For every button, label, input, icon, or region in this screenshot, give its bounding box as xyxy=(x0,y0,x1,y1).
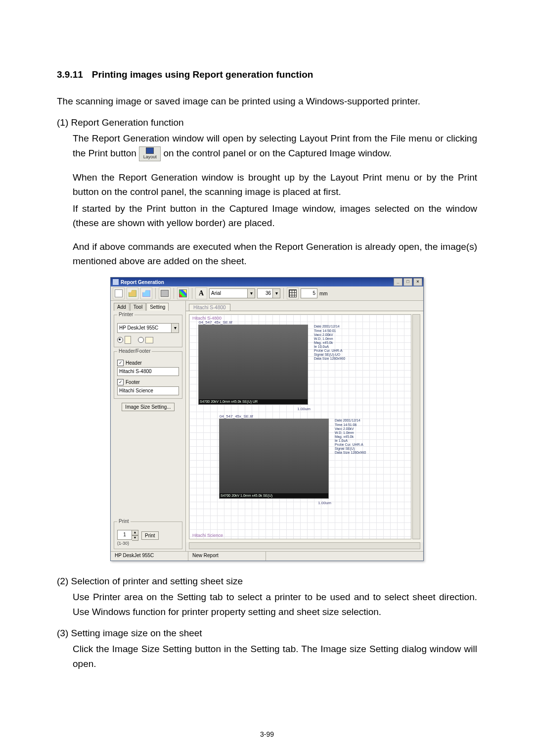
layout-print-button[interactable]: Layout xyxy=(139,146,161,161)
tab-add[interactable]: Add xyxy=(114,303,130,311)
layout-print-icon xyxy=(146,147,154,154)
app-icon xyxy=(113,279,119,285)
image-2-databar: S4700 20kV 1.0mm x45.0k SE(U) xyxy=(220,493,328,498)
printer-legend: Printer xyxy=(117,312,134,317)
header-checkbox[interactable]: ✓ xyxy=(117,360,124,366)
report-sheet[interactable]: Hitachi S-4800 04_547_45x_SE.tif S4700 2… xyxy=(189,314,411,539)
font-name-select[interactable]: Arial ▾ xyxy=(209,288,255,298)
new-report-button[interactable] xyxy=(113,287,125,299)
side-tabs: Add Tool Setting xyxy=(114,303,182,311)
sheet-tabs: Hitachi S-4800 xyxy=(186,301,423,311)
placed-image-1[interactable]: 04_547_45x_SE.tif S4700 20kV 1.0mm x45.0… xyxy=(198,325,308,405)
sub-1-para-a: The Report Generation window will open b… xyxy=(73,131,477,161)
layout-print-label: Layout xyxy=(143,154,157,159)
footer-checkbox-label: Footer xyxy=(126,379,140,385)
chevron-down-icon: ▾ xyxy=(248,288,255,298)
header-checkbox-label: Header xyxy=(126,360,142,366)
copies-spinner[interactable]: 1 ▲▼ xyxy=(117,530,138,541)
spin-up-icon[interactable]: ▲ xyxy=(132,530,138,535)
maximize-button[interactable]: □ xyxy=(403,278,412,286)
print-group: Print 1 ▲▼ Print (1-30) xyxy=(114,521,182,549)
sub-2-label: (2) Selection of printer and setting she… xyxy=(57,576,477,587)
image-2-metadata: Date 2001/12/14 Time 14:51:06 Vacc 2.00k… xyxy=(335,419,366,454)
sub-1-para-b: When the Report Generation window is bro… xyxy=(73,170,477,199)
document-page: 3.9.11Printing images using Report gener… xyxy=(0,0,534,756)
new-icon xyxy=(115,289,123,297)
sub-3-label: (3) Setting image size on the sheet xyxy=(57,628,477,639)
print-range-label: (1-30) xyxy=(117,541,179,546)
font-name-value: Arial xyxy=(209,288,248,298)
sheet-tab-0[interactable]: Hitachi S-4800 xyxy=(189,304,230,311)
radio-on-icon xyxy=(117,337,123,343)
print-legend: Print xyxy=(117,519,131,524)
image-1-caption: 04_547_45x_SE.tif xyxy=(199,320,232,325)
window-title: Report Generation xyxy=(121,280,164,285)
font-a-icon: A xyxy=(199,289,204,297)
header-footer-group: Header/Footer ✓ Header Hitachi S-4800 ✓ … xyxy=(114,351,182,399)
spin-down-icon[interactable]: ▼ xyxy=(132,535,138,541)
status-bar: HP DeskJet 955C New Report xyxy=(111,551,423,561)
report-generation-window: Report Generation _ □ × A Arial ▾ 36 ▾ xyxy=(110,277,424,561)
sub-1-a-post: on the control panel or on the Captured … xyxy=(163,148,392,158)
font-style-button[interactable]: A xyxy=(195,287,207,299)
sub-1-para-d: And if above commands are executed when … xyxy=(73,239,477,269)
side-panel: Add Tool Setting Printer HP DeskJet 955C… xyxy=(111,301,186,551)
save-report-button[interactable] xyxy=(140,287,152,299)
image-2-caption: 04_547_45x_SE.tif xyxy=(220,414,253,419)
section-title: Printing images using Report generation … xyxy=(92,69,313,80)
sub-2-para: Use Printer area on the Setting tab to s… xyxy=(73,590,477,619)
print-button[interactable] xyxy=(159,287,171,299)
sub-3-para: Click the Image Size Setting button in t… xyxy=(73,642,477,671)
vertical-scrollbar[interactable] xyxy=(412,314,420,539)
sub-1-para-c: If started by the Print button in the Ca… xyxy=(73,201,477,231)
close-button[interactable]: × xyxy=(413,278,422,286)
placed-image-2[interactable]: 04_547_45x_SE.tif S4700 20kV 1.0mm x45.0… xyxy=(219,419,329,499)
print-icon xyxy=(161,290,169,297)
orientation-radios xyxy=(117,336,179,344)
hf-legend: Header/Footer xyxy=(117,348,152,354)
copies-value: 1 xyxy=(117,530,132,540)
printer-select[interactable]: HP DeskJet 955C ▾ xyxy=(117,323,179,333)
image-1-scale: 1.00um xyxy=(297,407,311,411)
open-icon xyxy=(129,290,136,297)
font-size-value: 36 xyxy=(257,288,273,298)
orientation-portrait[interactable] xyxy=(117,336,131,344)
grid-icon xyxy=(289,289,297,297)
image-size-row: Image Size Setting... xyxy=(114,403,182,411)
grid-toggle-button[interactable] xyxy=(287,287,299,299)
footer-text-input[interactable]: Hitachi Science xyxy=(117,386,179,395)
landscape-icon xyxy=(145,337,153,343)
printer-group: Printer HP DeskJet 955C ▾ xyxy=(114,315,182,347)
orientation-landscape[interactable] xyxy=(138,336,153,344)
tab-tool[interactable]: Tool xyxy=(130,303,146,311)
save-icon xyxy=(142,290,150,297)
sheet-canvas-wrap: Hitachi S-4800 Hitachi S-4800 04_547_45x… xyxy=(186,301,423,551)
tab-setting[interactable]: Setting xyxy=(146,303,169,311)
header-checkbox-row: ✓ Header xyxy=(117,360,179,366)
sem-image-icon xyxy=(220,419,328,498)
status-printer: HP DeskJet 955C xyxy=(111,552,188,561)
sem-image-icon xyxy=(199,325,308,404)
minimize-button[interactable]: _ xyxy=(394,278,402,286)
footer-checkbox[interactable]: ✓ xyxy=(117,379,124,385)
section-number: 3.9.11 xyxy=(57,69,83,80)
section-heading: 3.9.11Printing images using Report gener… xyxy=(57,69,477,80)
grid-unit-label: mm xyxy=(319,291,328,296)
image-1-databar: S4700 20kV 1.0mm x45.0k SE(U) UR xyxy=(199,399,308,404)
print-execute-button[interactable]: Print xyxy=(141,531,159,540)
header-text-input[interactable]: Hitachi S-4800 xyxy=(117,367,179,376)
portrait-icon xyxy=(125,336,131,344)
image-1-metadata: Date 2001/12/14 Time 14:50:01 Vacc 2.00k… xyxy=(314,325,345,360)
radio-off-icon xyxy=(138,337,144,343)
image-size-setting-button[interactable]: Image Size Setting... xyxy=(122,403,174,411)
font-size-select[interactable]: 36 ▾ xyxy=(257,288,280,298)
titlebar[interactable]: Report Generation _ □ × xyxy=(111,278,423,286)
sheet-scroll-area: Hitachi S-4800 04_547_45x_SE.tif S4700 2… xyxy=(186,311,423,542)
horizontal-scrollbar[interactable] xyxy=(189,542,420,549)
grid-spacing-input[interactable]: 5 xyxy=(301,288,317,298)
image-2-scale: 1.00um xyxy=(318,501,331,505)
color-picker-button[interactable] xyxy=(177,287,189,299)
footer-checkbox-row: ✓ Footer xyxy=(117,379,179,385)
chevron-down-icon: ▾ xyxy=(172,323,179,333)
open-report-button[interactable] xyxy=(127,287,138,299)
